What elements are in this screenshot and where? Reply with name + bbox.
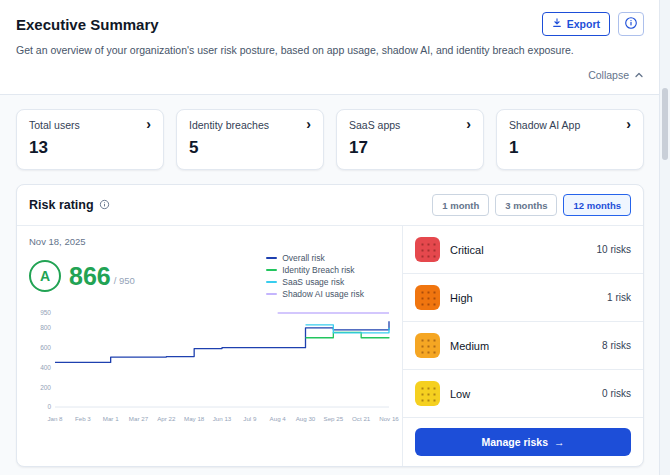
svg-text:Jun 13: Jun 13 — [213, 415, 232, 422]
chart-date: Nov 18, 2025 — [29, 236, 390, 247]
svg-text:Aug 4: Aug 4 — [270, 415, 287, 422]
chevron-right-icon: › — [626, 119, 631, 129]
severity-label: Low — [450, 388, 470, 400]
stat-card-saas-apps[interactable]: SaaS apps › 17 — [336, 109, 484, 170]
info-icon — [624, 16, 638, 33]
stat-value: 1 — [509, 138, 631, 158]
risk-trend-chart: 9508006004002000Jan 8Feb 3Mar 1Mar 27Apr… — [29, 307, 403, 425]
stat-card-identity-breaches[interactable]: Identity breaches › 5 — [176, 109, 324, 170]
risk-level-row-critical: Critical 10 risks — [403, 226, 643, 274]
legend-item: Overall risk — [266, 253, 364, 263]
stat-card-total-users[interactable]: Total users › 13 — [16, 109, 164, 170]
manage-risks-label: Manage risks — [481, 436, 548, 448]
stat-label: Total users — [29, 119, 80, 131]
manage-risks-button[interactable]: Manage risks → — [415, 428, 631, 456]
page-header: Executive Summary Export Get an overview… — [0, 0, 660, 95]
medium-severity-icon — [415, 333, 440, 358]
info-icon[interactable] — [99, 196, 110, 214]
chart-legend: Overall riskIdentity Breach riskSaaS usa… — [266, 253, 364, 299]
severity-count: 1 risk — [607, 292, 631, 303]
risk-level-row-low: Low 0 risks — [403, 370, 643, 418]
severity-count: 0 risks — [602, 388, 631, 399]
risk-rating-card: Risk rating 1 month 3 months 12 months N… — [16, 184, 644, 467]
svg-text:Mar 27: Mar 27 — [129, 415, 149, 422]
stat-cards-row: Total users › 13 Identity breaches › 5 S… — [16, 109, 644, 170]
risk-level-row-high: High 1 risk — [403, 274, 643, 322]
severity-count: 10 risks — [597, 244, 631, 255]
severity-label: High — [450, 292, 473, 304]
svg-text:Apr 22: Apr 22 — [157, 415, 176, 422]
severity-label: Medium — [450, 340, 489, 352]
severity-count: 8 risks — [602, 340, 631, 351]
chevron-up-icon — [634, 66, 644, 84]
svg-text:0: 0 — [47, 403, 51, 410]
svg-text:Jul 9: Jul 9 — [243, 415, 257, 422]
risk-rating-title: Risk rating — [29, 198, 94, 212]
risk-score-max: / 950 — [114, 275, 135, 286]
svg-text:Sep 25: Sep 25 — [324, 415, 344, 422]
high-severity-icon — [415, 285, 440, 310]
legend-item: Identity Breach risk — [266, 265, 364, 275]
chevron-right-icon: › — [466, 119, 471, 129]
page-title: Executive Summary — [16, 16, 159, 33]
svg-text:400: 400 — [40, 364, 51, 371]
svg-text:Feb 3: Feb 3 — [75, 415, 91, 422]
collapse-label: Collapse — [588, 69, 629, 81]
executive-summary-page: Executive Summary Export Get an overview… — [0, 0, 660, 475]
grade-badge: A — [29, 260, 61, 292]
collapse-control[interactable]: Collapse — [16, 66, 644, 84]
svg-text:Nov 16: Nov 16 — [379, 415, 399, 422]
stat-label: SaaS apps — [349, 119, 400, 131]
critical-severity-icon — [415, 237, 440, 262]
low-severity-icon — [415, 381, 440, 406]
svg-text:Oct 21: Oct 21 — [352, 415, 371, 422]
risk-score: 866 — [69, 262, 111, 291]
svg-text:800: 800 — [40, 324, 51, 331]
download-icon — [552, 18, 562, 30]
svg-text:200: 200 — [40, 384, 51, 391]
stat-value: 5 — [189, 138, 311, 158]
risk-severity-panel: Critical 10 risks High 1 risk Medium 8 r… — [402, 226, 643, 466]
chevron-right-icon: › — [146, 119, 151, 129]
stat-value: 17 — [349, 138, 471, 158]
svg-text:600: 600 — [40, 344, 51, 351]
legend-item: SaaS usage risk — [266, 277, 364, 287]
chevron-right-icon: › — [306, 119, 311, 129]
scrollbar-thumb[interactable] — [662, 88, 668, 160]
page-subtitle: Get an overview of your organization's u… — [16, 44, 644, 56]
stat-label: Identity breaches — [189, 119, 269, 131]
export-button-label: Export — [567, 18, 600, 30]
risk-level-row-medium: Medium 8 risks — [403, 322, 643, 370]
svg-text:Mar 1: Mar 1 — [103, 415, 119, 422]
stat-value: 13 — [29, 138, 151, 158]
severity-label: Critical — [450, 244, 484, 256]
stat-card-shadow-ai-app[interactable]: Shadow AI App › 1 — [496, 109, 644, 170]
svg-text:May 18: May 18 — [184, 415, 205, 422]
export-button[interactable]: Export — [542, 12, 610, 36]
svg-text:Jan 8: Jan 8 — [47, 415, 63, 422]
legend-item: Shadow AI usage risk — [266, 289, 364, 299]
range-3-months[interactable]: 3 months — [495, 194, 557, 216]
range-12-months[interactable]: 12 months — [563, 194, 631, 216]
arrow-right-icon: → — [554, 436, 565, 448]
svg-text:950: 950 — [40, 309, 51, 316]
time-range-group: 1 month 3 months 12 months — [432, 194, 631, 216]
info-button[interactable] — [618, 12, 644, 36]
risk-chart-pane: Nov 18, 2025 A 866 / 950 Overall riskIde… — [17, 226, 402, 466]
stat-label: Shadow AI App — [509, 119, 580, 131]
svg-text:Aug 30: Aug 30 — [296, 415, 316, 422]
vertical-scrollbar[interactable] — [659, 0, 670, 475]
range-1-month[interactable]: 1 month — [432, 194, 489, 216]
